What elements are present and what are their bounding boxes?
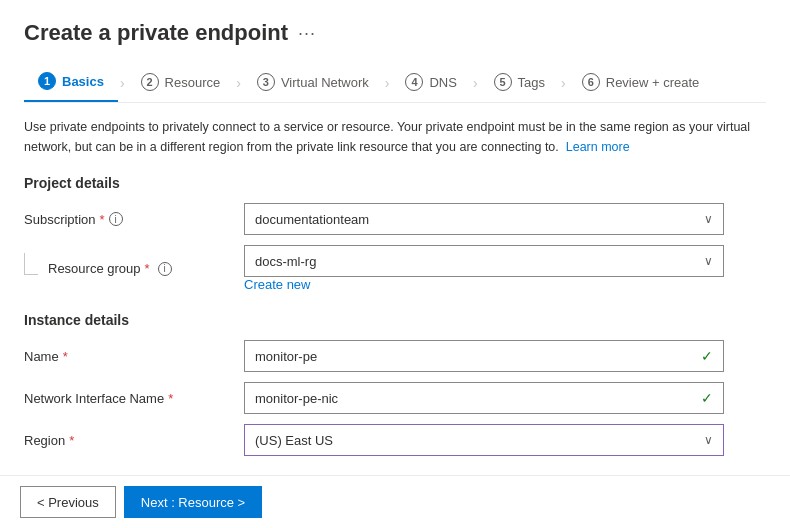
tab-dns-step: 4	[405, 73, 423, 91]
next-button[interactable]: Next : Resource >	[124, 486, 262, 518]
tab-dns-label: DNS	[429, 75, 456, 90]
project-details-heading: Project details	[24, 175, 766, 191]
tab-resource[interactable]: 2 Resource	[127, 65, 235, 101]
tab-basics-label: Basics	[62, 74, 104, 89]
name-value: monitor-pe	[255, 349, 317, 364]
tab-basics-step: 1	[38, 72, 56, 90]
tab-sep-5: ›	[559, 75, 568, 91]
subscription-required: *	[100, 212, 105, 227]
region-row: Region * (US) East US ∨	[24, 424, 766, 456]
wizard-tabs: 1 Basics › 2 Resource › 3 Virtual Networ…	[24, 64, 766, 103]
tab-vnet-step: 3	[257, 73, 275, 91]
subscription-chevron-icon: ∨	[704, 212, 713, 226]
create-new-link[interactable]: Create new	[244, 277, 310, 292]
rg-connector	[24, 253, 38, 275]
tab-review-step: 6	[582, 73, 600, 91]
name-row: Name * monitor-pe ✓	[24, 340, 766, 372]
project-details-section: Project details Subscription * i documen…	[24, 175, 766, 292]
previous-button[interactable]: < Previous	[20, 486, 116, 518]
name-label: Name	[24, 349, 59, 364]
subscription-label: Subscription	[24, 212, 96, 227]
nic-row: Network Interface Name * monitor-pe-nic …	[24, 382, 766, 414]
instance-details-heading: Instance details	[24, 312, 766, 328]
resource-group-value: docs-ml-rg	[255, 254, 316, 269]
region-label: Region	[24, 433, 65, 448]
region-required: *	[69, 433, 74, 448]
name-check-icon: ✓	[701, 348, 713, 364]
resource-group-label: Resource group	[48, 261, 141, 276]
tab-basics[interactable]: 1 Basics	[24, 64, 118, 102]
tab-vnet-label: Virtual Network	[281, 75, 369, 90]
subscription-info-icon[interactable]: i	[109, 212, 123, 226]
subscription-dropdown[interactable]: documentationteam ∨	[244, 203, 724, 235]
nic-input[interactable]: monitor-pe-nic ✓	[244, 382, 724, 414]
footer: < Previous Next : Resource >	[0, 475, 790, 528]
tab-review-label: Review + create	[606, 75, 700, 90]
region-chevron-icon: ∨	[704, 433, 713, 447]
nic-check-icon: ✓	[701, 390, 713, 406]
rg-required: *	[145, 261, 150, 276]
rg-chevron-icon: ∨	[704, 254, 713, 268]
info-paragraph: Use private endpoints to privately conne…	[24, 117, 766, 157]
nic-label: Network Interface Name	[24, 391, 164, 406]
rg-info-icon[interactable]: i	[158, 262, 172, 276]
info-text-content: Use private endpoints to privately conne…	[24, 120, 750, 154]
tab-virtual-network[interactable]: 3 Virtual Network	[243, 65, 383, 101]
learn-more-link[interactable]: Learn more	[566, 140, 630, 154]
name-input[interactable]: monitor-pe ✓	[244, 340, 724, 372]
nic-value: monitor-pe-nic	[255, 391, 338, 406]
nic-required: *	[168, 391, 173, 406]
tab-sep-1: ›	[118, 75, 127, 91]
tab-tags-label: Tags	[518, 75, 545, 90]
tab-sep-4: ›	[471, 75, 480, 91]
tab-resource-step: 2	[141, 73, 159, 91]
more-options-icon[interactable]: ···	[298, 23, 316, 44]
subscription-row: Subscription * i documentationteam ∨	[24, 203, 766, 235]
tab-dns[interactable]: 4 DNS	[391, 65, 470, 101]
region-dropdown[interactable]: (US) East US ∨	[244, 424, 724, 456]
instance-details-section: Instance details Name * monitor-pe ✓ Net…	[24, 312, 766, 456]
tab-sep-2: ›	[234, 75, 243, 91]
tab-tags[interactable]: 5 Tags	[480, 65, 559, 101]
region-value: (US) East US	[255, 433, 333, 448]
tab-sep-3: ›	[383, 75, 392, 91]
resource-group-row: Resource group * i docs-ml-rg ∨ Create n…	[24, 245, 766, 292]
subscription-value: documentationteam	[255, 212, 369, 227]
tab-tags-step: 5	[494, 73, 512, 91]
tab-resource-label: Resource	[165, 75, 221, 90]
name-required: *	[63, 349, 68, 364]
resource-group-dropdown[interactable]: docs-ml-rg ∨	[244, 245, 724, 277]
page-title: Create a private endpoint	[24, 20, 288, 46]
tab-review-create[interactable]: 6 Review + create	[568, 65, 714, 101]
